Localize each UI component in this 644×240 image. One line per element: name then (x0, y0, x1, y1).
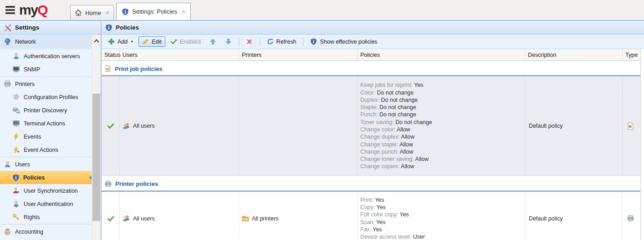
scroll-up-arrow[interactable] (92, 35, 101, 46)
toolbar-separator (260, 38, 260, 46)
table-header: Status Users Printers Policies Descripti… (102, 49, 640, 61)
home-icon (75, 9, 82, 16)
delete-x-icon (246, 38, 253, 45)
myq-logo[interactable]: myQ (19, 3, 47, 17)
column-header-type[interactable]: Type (623, 49, 638, 60)
sidebar-item-accounting[interactable]: Accounting (0, 225, 92, 238)
printer-search-icon (12, 106, 20, 114)
add-button[interactable]: Add ▼ (104, 36, 137, 47)
refresh-button[interactable]: Refresh (263, 36, 300, 47)
group-label: Printer policies (115, 180, 158, 187)
policy-label: Scan: (360, 219, 375, 225)
sidebar-scrollbar[interactable] (92, 35, 101, 240)
policy-value: Yes (400, 211, 409, 218)
pencil-icon (142, 38, 149, 45)
close-icon[interactable]: × (182, 9, 185, 15)
tab-home[interactable]: Home × (70, 5, 114, 20)
status-cell (102, 76, 120, 175)
policy-value: Do not change (377, 90, 414, 96)
enabled-button[interactable]: Enabled (167, 36, 204, 47)
logo-text-q: Q (37, 2, 47, 17)
sidebar-item-network[interactable]: Network (0, 35, 92, 48)
globe-icon (4, 38, 11, 45)
chevron-up-icon (94, 39, 99, 43)
printers-cell (239, 76, 358, 175)
sidebar-item-label: Configuration Profiles (24, 94, 78, 100)
column-header-description[interactable]: Description (525, 49, 623, 60)
sidebar-item-authentication-servers[interactable]: Authentication servers (0, 50, 92, 63)
column-header-users[interactable]: Users (120, 49, 239, 60)
gear-icon (12, 93, 20, 101)
column-header-policies[interactable]: Policies (358, 49, 525, 60)
sidebar-item-label: Printers (15, 81, 35, 87)
lightning-action-icon (12, 146, 20, 154)
policy-label: Keep jobs for reprint: (360, 82, 413, 88)
tab-settings-policies[interactable]: Settings: Policies × (116, 3, 191, 20)
brand-area: myQ (0, 0, 54, 20)
printers-cell: All printers (239, 192, 358, 240)
policy-value: Allow (399, 141, 413, 148)
column-header-printers[interactable]: Printers (239, 49, 358, 60)
tab-settings-label: Settings: Policies (132, 8, 177, 15)
sidebar-item-label: User Authentication (24, 201, 73, 207)
sidebar-item-user-synchronization[interactable]: User Synchronization (0, 184, 92, 197)
sidebar-item-printer-discovery[interactable]: Printer Discovery (0, 104, 92, 117)
policy-value: Allow (400, 149, 414, 155)
sidebar-item-users[interactable]: Users (0, 158, 92, 171)
sidebar-item-label: Policies (23, 175, 45, 181)
document-icon (104, 65, 112, 72)
menu-icon[interactable] (5, 6, 15, 14)
move-down-button[interactable] (221, 36, 235, 47)
sidebar-item-configuration-profiles[interactable]: Configuration Profiles (0, 90, 92, 104)
enabled-check-icon (107, 122, 114, 130)
sidebar-item-label: Users (15, 161, 30, 168)
refresh-icon (267, 38, 274, 45)
group-header-printer-policies[interactable]: Printer policies (102, 176, 640, 190)
sidebar-item-printers[interactable]: Printers (0, 77, 92, 90)
settings-sidebar: Settings Network Authentication servers (0, 21, 102, 240)
policy-value: Do not change (395, 119, 432, 125)
policy-label: Full color copy: (360, 211, 398, 218)
panel-header: Policies (102, 21, 644, 35)
printer-icon (4, 80, 11, 88)
delete-button[interactable] (242, 36, 256, 47)
move-up-button[interactable] (206, 36, 220, 47)
sidebar-item-policies[interactable]: Policies (0, 171, 92, 184)
plus-icon (108, 38, 115, 45)
close-icon[interactable]: × (106, 10, 109, 16)
sidebar-item-terminal-actions[interactable]: Terminal Actions (0, 117, 92, 130)
caret-down-icon: ▼ (130, 40, 133, 43)
policy-value: Do not change (381, 97, 418, 103)
check-icon (170, 38, 177, 45)
sidebar-item-rights[interactable]: Rights (0, 210, 92, 224)
policy-label: Change duplex: (360, 134, 400, 140)
show-effective-label: Show effective policies (320, 39, 377, 45)
sidebar-item-event-actions[interactable]: Event Actions (0, 143, 92, 156)
policy-value: Yes (377, 204, 386, 210)
policy-label: Change staple: (360, 141, 398, 148)
refresh-label: Refresh (276, 39, 296, 45)
policy-value: Allow (401, 134, 415, 140)
policy-label: Device access level: (360, 234, 411, 240)
sidebar-item-snmp[interactable]: SNMP (0, 63, 92, 76)
sidebar-item-events[interactable]: Events (0, 130, 92, 143)
sidebar-item-user-authentication[interactable]: User Authentication (0, 197, 92, 210)
group-header-print-job-policies[interactable]: Print job policies (102, 61, 640, 75)
sidebar-separator (1, 49, 91, 49)
sidebar-item-label: Network (15, 39, 36, 45)
column-header-status[interactable]: Status (102, 49, 120, 60)
show-effective-policies-button[interactable]: Show effective policies (307, 36, 381, 47)
policy-row-print-job-default[interactable]: All users Keep jobs for reprint: Yes Col… (102, 76, 640, 176)
description-value: Default policy (529, 215, 562, 222)
policy-value: Allow (415, 156, 429, 162)
key-icon (12, 213, 20, 221)
edit-button[interactable]: Edit (138, 36, 165, 47)
sidebar-separator (1, 76, 91, 77)
policy-row-printer-default[interactable]: All users All printers Print: Yes Copy: … (102, 192, 640, 240)
scrollbar-thumb[interactable] (92, 94, 100, 221)
shield-icon (310, 38, 317, 45)
policy-value: Yes (376, 219, 385, 225)
policy-label: Print: (360, 197, 373, 203)
tab-home-label: Home (85, 10, 101, 16)
users-cell: All users (120, 192, 239, 240)
